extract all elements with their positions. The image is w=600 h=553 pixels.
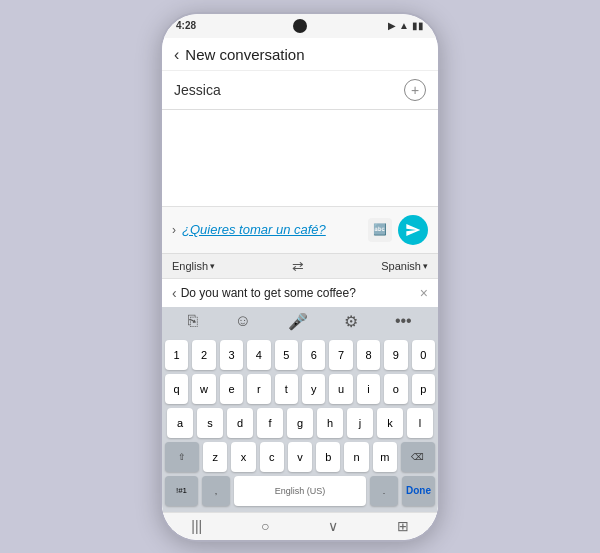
send-button[interactable]: [398, 215, 428, 245]
bottom-nav: ||| ○ ∨ ⊞: [162, 512, 438, 540]
keyboard-toolbar: ⎘ ☺ 🎤 ⚙ •••: [162, 307, 438, 336]
phone-screen: 4:28 ▶ ▲ ▮▮ ‹ New conversation +: [162, 14, 438, 540]
target-lang-arrow-icon: ▾: [423, 261, 428, 271]
key-o[interactable]: o: [384, 374, 407, 404]
key-7[interactable]: 7: [329, 340, 352, 370]
kb-tool-more-icon[interactable]: •••: [395, 312, 412, 330]
top-bar: ‹ New conversation: [162, 38, 438, 71]
app-area: ‹ New conversation + › ¿Quieres tomar un…: [162, 38, 438, 540]
nav-recent-apps-icon[interactable]: |||: [191, 518, 202, 534]
status-icons: ▶ ▲ ▮▮: [388, 20, 424, 31]
key-8[interactable]: 8: [357, 340, 380, 370]
kb-tool-mic-icon[interactable]: 🎤: [288, 312, 308, 331]
nav-back-icon[interactable]: ∨: [328, 518, 338, 534]
kb-tool-settings-icon[interactable]: ⚙: [344, 312, 358, 331]
kb-tool-clipboard-icon[interactable]: ⎘: [188, 312, 198, 330]
wifi-icon: ▲: [399, 20, 409, 31]
key-comma[interactable]: ,: [202, 476, 230, 506]
translate-icon-button[interactable]: 🔤: [368, 218, 392, 242]
signal-icon: ▶: [388, 20, 396, 31]
key-m[interactable]: m: [373, 442, 397, 472]
source-language-button[interactable]: English ▾: [172, 260, 215, 272]
key-c[interactable]: c: [260, 442, 284, 472]
key-d[interactable]: d: [227, 408, 253, 438]
battery-icon: ▮▮: [412, 20, 424, 31]
key-s[interactable]: s: [197, 408, 223, 438]
key-4[interactable]: 4: [247, 340, 270, 370]
key-e[interactable]: e: [220, 374, 243, 404]
translate-icon: 🔤: [373, 223, 387, 236]
key-g[interactable]: g: [287, 408, 313, 438]
keyboard-row-bottom: !#1 , English (US) . Done: [165, 476, 435, 506]
key-y[interactable]: y: [302, 374, 325, 404]
source-language-label: English: [172, 260, 208, 272]
key-5[interactable]: 5: [275, 340, 298, 370]
key-1[interactable]: 1: [165, 340, 188, 370]
key-f[interactable]: f: [257, 408, 283, 438]
key-period[interactable]: .: [370, 476, 398, 506]
key-space[interactable]: English (US): [234, 476, 366, 506]
key-a[interactable]: a: [167, 408, 193, 438]
nav-home-icon[interactable]: ○: [261, 518, 269, 534]
keyboard: 1 2 3 4 5 6 7 8 9 0 q w e r t: [162, 336, 438, 512]
status-time: 4:28: [176, 20, 196, 31]
keyboard-row-qwerty: q w e r t y u i o p: [165, 374, 435, 404]
key-x[interactable]: x: [231, 442, 255, 472]
back-button[interactable]: ‹: [174, 46, 179, 64]
key-u[interactable]: u: [329, 374, 352, 404]
target-language-button[interactable]: Spanish ▾: [381, 260, 428, 272]
translated-text: ¿Quieres tomar un café?: [182, 222, 362, 237]
input-clear-button[interactable]: ×: [420, 285, 428, 301]
key-6[interactable]: 6: [302, 340, 325, 370]
phone-frame: 4:28 ▶ ▲ ▮▮ ‹ New conversation +: [160, 12, 440, 542]
page-title: New conversation: [185, 46, 304, 63]
input-text-bar: ‹ Do you want to get some coffee? ×: [162, 278, 438, 307]
notch: [293, 19, 307, 33]
key-v[interactable]: v: [288, 442, 312, 472]
key-n[interactable]: n: [344, 442, 368, 472]
keyboard-row-zxcv: ⇧ z x c v b n m ⌫: [165, 442, 435, 472]
key-9[interactable]: 9: [384, 340, 407, 370]
language-swap-button[interactable]: ⇄: [215, 258, 381, 274]
key-0[interactable]: 0: [412, 340, 435, 370]
recipient-input[interactable]: [174, 82, 404, 98]
key-3[interactable]: 3: [220, 340, 243, 370]
key-b[interactable]: b: [316, 442, 340, 472]
keyboard-row-asdf: a s d f g h j k l: [165, 408, 435, 438]
key-backspace[interactable]: ⌫: [401, 442, 435, 472]
key-r[interactable]: r: [247, 374, 270, 404]
key-q[interactable]: q: [165, 374, 188, 404]
key-w[interactable]: w: [192, 374, 215, 404]
key-symbols[interactable]: !#1: [165, 476, 198, 506]
input-back-icon[interactable]: ‹: [172, 285, 177, 301]
add-icon: +: [411, 82, 419, 98]
send-icon: [405, 222, 421, 238]
key-l[interactable]: l: [407, 408, 433, 438]
keyboard-row-numbers: 1 2 3 4 5 6 7 8 9 0: [165, 340, 435, 370]
swap-icon: ⇄: [292, 258, 304, 274]
add-recipient-button[interactable]: +: [404, 79, 426, 101]
translation-chevron-icon: ›: [172, 223, 176, 237]
input-text-display: Do you want to get some coffee?: [181, 286, 416, 300]
key-h[interactable]: h: [317, 408, 343, 438]
key-z[interactable]: z: [203, 442, 227, 472]
key-2[interactable]: 2: [192, 340, 215, 370]
key-shift[interactable]: ⇧: [165, 442, 199, 472]
key-t[interactable]: t: [275, 374, 298, 404]
key-j[interactable]: j: [347, 408, 373, 438]
key-done[interactable]: Done: [402, 476, 435, 506]
message-area: [162, 110, 438, 206]
translation-bar: › ¿Quieres tomar un café? 🔤: [162, 206, 438, 253]
nav-grid-icon[interactable]: ⊞: [397, 518, 409, 534]
key-p[interactable]: p: [412, 374, 435, 404]
key-k[interactable]: k: [377, 408, 403, 438]
kb-tool-sticker-icon[interactable]: ☺: [235, 312, 251, 330]
language-bar: English ▾ ⇄ Spanish ▾: [162, 253, 438, 278]
to-field: +: [162, 71, 438, 110]
key-i[interactable]: i: [357, 374, 380, 404]
target-language-label: Spanish: [381, 260, 421, 272]
